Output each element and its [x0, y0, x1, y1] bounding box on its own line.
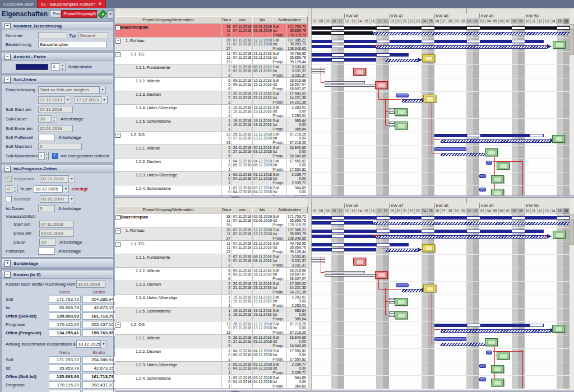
tab-cosoba-start[interactable]: COSOBA-Start	[0, 0, 37, 8]
gantt-bar-vorgang[interactable]	[486, 161, 493, 165]
calendar-dropdown-icon[interactable]	[65, 96, 71, 104]
task-row[interactable]: 1.1. EG11111307.11.201807.11.201821.11.2…	[115, 51, 308, 64]
calendar-dropdown-icon[interactable]	[69, 175, 75, 183]
euro-banknote-green-icon[interactable]	[395, 298, 408, 306]
gantt-bar-ist[interactable]	[325, 271, 365, 273]
gantt-bar-soll[interactable]	[312, 243, 409, 246]
collapse-toggle[interactable]	[115, 133, 121, 138]
task-row[interactable]: 1.1.3. Decken22220.11.201821.11.201821.1…	[115, 281, 308, 295]
euro-banknote-green-icon[interactable]	[497, 352, 510, 360]
gantt-bar-vorgang[interactable]	[479, 188, 486, 192]
gantt-bar-vorgang[interactable]	[434, 337, 467, 341]
gantt-bar-prognose[interactable]	[376, 45, 547, 49]
gantt-bar-vorgang[interactable]	[479, 377, 486, 381]
gantt-bar-soll[interactable]	[312, 26, 570, 30]
vende-field[interactable]: 03.01.2019	[39, 230, 74, 237]
constraint-date2-field[interactable]: 17.12.2013	[75, 96, 101, 104]
beendet-checkbox[interactable]	[6, 196, 12, 202]
task-row[interactable]: 1.2.2. Decken10104.12.201805.12.201804.1…	[115, 348, 308, 362]
percent-spinner[interactable]	[12, 185, 18, 193]
task-row[interactable]: 1.2.3. Unter-/Überzüge10103.12.201804.12…	[115, 172, 308, 185]
vstart-field[interactable]: 07.11.2018	[39, 221, 74, 228]
column-header[interactable]: Dauer	[221, 16, 232, 24]
bottom-scroll-strip[interactable]	[115, 390, 574, 392]
calendar-dropdown-icon[interactable]	[101, 96, 108, 104]
gantt-bar-soll[interactable]	[434, 324, 544, 327]
euro-banknote-green-icon[interactable]	[491, 379, 504, 386]
gantt-bar-vorgang[interactable]	[396, 94, 409, 97]
pufferzeit-field[interactable]	[38, 248, 55, 255]
gantt-bar-ist[interactable]	[312, 261, 325, 263]
navigate-diamond-icon[interactable]	[98, 10, 107, 18]
expand-icon[interactable]	[4, 260, 11, 267]
constraint-date1-field[interactable]: 17.12.2013	[38, 96, 65, 104]
gantt-bar-ist[interactable]	[389, 311, 395, 314]
ist-dauer-field[interactable]: 0	[38, 205, 55, 212]
dauer-spinner[interactable]	[52, 115, 57, 123]
euro-banknote-red-icon[interactable]	[375, 271, 388, 279]
euro-banknote-green-icon[interactable]	[552, 135, 565, 143]
column-header[interactable]: Nettokosten	[272, 206, 308, 213]
mannstaerke-spinner[interactable]	[45, 152, 49, 160]
collapse-toggle[interactable]	[115, 52, 121, 57]
euro-banknote-green-icon[interactable]	[485, 338, 498, 346]
dropdown-icon[interactable]	[101, 340, 107, 348]
column-header[interactable]: Dauer	[221, 206, 232, 213]
column-header[interactable]: Nettokosten	[272, 16, 308, 24]
collapse-toggle[interactable]	[115, 215, 121, 220]
euro-banknote-yellow-icon[interactable]	[423, 284, 436, 292]
gantt-bar-ist[interactable]	[389, 111, 395, 114]
gantt-bar-soll[interactable]	[312, 221, 373, 225]
task-row[interactable]: 1.2.4. Schornsteine10103.12.201804.12.20…	[115, 375, 308, 389]
einschraenkung-select[interactable]: Start so früh wie möglich	[38, 86, 100, 94]
euro-banknote-green-icon[interactable]	[395, 311, 408, 319]
gantt-bar-ist[interactable]	[389, 298, 395, 300]
gantt-bar-soll[interactable]	[312, 40, 544, 43]
collapse-toggle[interactable]	[115, 25, 121, 30]
gantt-bar-soll[interactable]	[312, 248, 376, 251]
gantt-bar-prognose[interactable]	[386, 59, 417, 62]
gantt-bar-soll[interactable]	[312, 45, 376, 48]
gantt-bar-prognose[interactable]	[441, 153, 486, 156]
task-row[interactable]: 1.2. DG1301326.11.201827.11.201812.12.20…	[115, 321, 308, 335]
task-row[interactable]: 1.1.5. Schornsteine11119.11.201819.11.20…	[115, 118, 308, 132]
color-spinner[interactable]	[60, 63, 66, 71]
gantt-bar-prognose[interactable]	[402, 99, 422, 102]
euro-banknote-yellow-icon[interactable]	[422, 54, 435, 62]
table-chart-splitter[interactable]	[308, 8, 312, 195]
gantt-bar-ist[interactable]	[389, 108, 395, 110]
euro-banknote-red-icon[interactable]	[353, 68, 366, 76]
table-chart-splitter[interactable]	[308, 198, 312, 390]
task-row[interactable]: 1.1.1. Fundamente22207.11.201807.11.2018…	[115, 254, 308, 268]
gantt-bar-ist[interactable]	[389, 125, 395, 127]
euro-banknote-green-icon[interactable]	[485, 148, 498, 156]
euro-banknote-yellow-icon[interactable]	[423, 95, 436, 102]
nummer-field[interactable]	[38, 32, 67, 39]
soll-mannstd-field[interactable]: 0	[38, 143, 82, 150]
gantt-bar-prognose[interactable]	[441, 329, 550, 333]
begonnen-checkbox[interactable]	[6, 176, 12, 182]
euro-banknote-yellow-icon[interactable]	[422, 244, 435, 252]
soll-puffer-field[interactable]	[38, 134, 55, 141]
gantt-bar-soll[interactable]	[312, 230, 544, 233]
beendet-date-field[interactable]: 01.01.2000	[40, 195, 69, 203]
tab-close-icon[interactable]: ✕	[99, 2, 102, 6]
task-row[interactable]: 1.2. DG1301326.11.201827.11.201812.12.20…	[115, 132, 308, 145]
task-row[interactable]: 1.1.4. Unter-/Überzüge11119.11.201819.11…	[115, 295, 308, 308]
euro-banknote-green-icon[interactable]	[553, 41, 566, 49]
task-row[interactable]: Bauzeitenplan38113907.11.201807.11.20180…	[115, 24, 308, 38]
euro-banknote-green-icon[interactable]	[552, 325, 565, 333]
task-row[interactable]: Bauzeitenplan38113907.11.201807.11.20180…	[115, 214, 308, 227]
task-row[interactable]: 1.1.3. Decken22220.11.201821.11.201821.1…	[115, 91, 308, 105]
soll-start-field[interactable]: 07.11.2018	[38, 106, 73, 113]
collapse-icon[interactable]	[4, 54, 11, 60]
vdauer-field[interactable]: 39	[39, 239, 56, 246]
bar-color-swatch[interactable]	[16, 64, 48, 70]
percent-field[interactable]: 0	[6, 185, 12, 193]
column-header[interactable]: bis	[252, 16, 272, 24]
task-row[interactable]: 1.2.2. Decken10104.12.201805.12.201804.1…	[115, 158, 308, 172]
gantt-bar-vorgang[interactable]	[479, 174, 486, 178]
gantt-bar-ist[interactable]	[389, 315, 395, 317]
tab-bauzeitenplan-kosten[interactable]: 02 - Bauzeitenplan Kosten* ✕	[37, 0, 106, 8]
percent-date-field[interactable]: 18.12.2025	[34, 185, 63, 193]
